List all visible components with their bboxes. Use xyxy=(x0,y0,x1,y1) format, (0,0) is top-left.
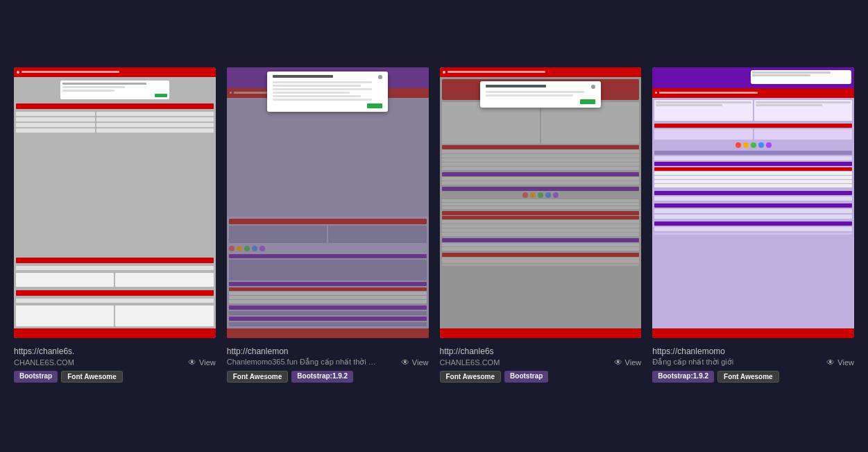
tag-fontawesome-2[interactable]: Font Awesome xyxy=(227,371,289,383)
card-4-subtitle-row: Đẳng cấp nhất thời giới 👁 View xyxy=(652,358,854,367)
tag-fontawesome-1[interactable]: Font Awesome xyxy=(61,371,123,383)
sc3-footer xyxy=(440,328,642,338)
sc3-dialog xyxy=(440,77,642,328)
card-1-view-btn[interactable]: 👁 View xyxy=(188,358,216,367)
screenshot-inner-4 xyxy=(652,67,854,338)
sc1-main xyxy=(14,77,216,328)
eye-icon-3: 👁 xyxy=(614,358,622,367)
card-1-view-label: View xyxy=(199,358,216,367)
card-3-view-btn[interactable]: 👁 View xyxy=(614,358,642,367)
card-4: https://chanlemomo Đẳng cấp nhất thời gi… xyxy=(652,67,854,385)
card-3-info: http://chanle6s CHANLE6S.COM 👁 View Font… xyxy=(440,344,642,385)
sc4-footer xyxy=(652,328,854,338)
tag-bootstrap19-2[interactable]: Bootstrap:1.9.2 xyxy=(291,371,353,383)
card-1: https://chanle6s. CHANLE6S.COM 👁 View Bo… xyxy=(14,67,216,385)
card-4-view-label: View xyxy=(837,358,854,367)
eye-icon-4: 👁 xyxy=(826,358,835,367)
card-4-url: https://chanlemomo xyxy=(652,346,854,356)
screenshot-inner-3 xyxy=(440,67,642,338)
card-3-url: http://chanle6s xyxy=(440,346,642,356)
sc3-header xyxy=(440,67,642,77)
card-2-tags: Font Awesome Bootstrap:1.9.2 xyxy=(227,371,429,383)
card-3: http://chanle6s CHANLE6S.COM 👁 View Font… xyxy=(440,67,642,385)
tag-bootstrap19-4[interactable]: Bootstrap:1.9.2 xyxy=(652,371,714,383)
card-1-tags: Bootstrap Font Awesome xyxy=(14,371,216,383)
sc4-header xyxy=(652,88,854,98)
tag-bootstrap-1[interactable]: Bootstrap xyxy=(14,371,58,383)
sc2-dialog-box xyxy=(267,98,388,112)
card-3-subtitle-row: CHANLE6S.COM 👁 View xyxy=(440,358,642,367)
sc4-main xyxy=(652,98,854,328)
card-1-url: https://chanle6s. xyxy=(14,346,216,356)
sc3-body xyxy=(440,77,642,328)
card-3-tags: Font Awesome Bootstrap xyxy=(440,371,642,383)
card-4-view-btn[interactable]: 👁 View xyxy=(826,358,854,367)
card-2: http://chanlemon Chanlemomo365.fun Đẳng … xyxy=(227,67,429,385)
sc2-main xyxy=(227,98,429,217)
screenshot-inner-1 xyxy=(14,67,216,338)
card-2-subtitle-row: Chanlemomo365.fun Đẳng cấp nhất thời giớ… xyxy=(227,358,429,367)
card-4-info: https://chanlemomo Đẳng cấp nhất thời gi… xyxy=(652,344,854,385)
sc4-purple-top xyxy=(652,67,854,88)
tag-fontawesome-3[interactable]: Font Awesome xyxy=(440,371,502,383)
screenshot-1[interactable] xyxy=(14,67,216,338)
screenshot-inner-2 xyxy=(227,67,429,338)
sc2-dialog xyxy=(227,98,429,217)
card-4-subtitle: Đẳng cấp nhất thời giới xyxy=(652,358,733,367)
card-2-info: http://chanlemon Chanlemomo365.fun Đẳng … xyxy=(227,344,429,385)
card-1-info: https://chanle6s. CHANLE6S.COM 👁 View Bo… xyxy=(14,344,216,385)
sc1-header xyxy=(14,67,216,77)
card-4-tags: Bootstrap:1.9.2 Font Awesome xyxy=(652,371,854,383)
card-2-url: http://chanlemon xyxy=(227,346,429,356)
gallery-container: https://chanle6s. CHANLE6S.COM 👁 View Bo… xyxy=(14,67,854,385)
card-3-subtitle: CHANLE6S.COM xyxy=(440,358,500,367)
card-1-subtitle-row: CHANLE6S.COM 👁 View xyxy=(14,358,216,367)
card-2-subtitle: Chanlemomo365.fun Đẳng cấp nhất thời giớ… xyxy=(227,358,378,367)
eye-icon-1: 👁 xyxy=(188,358,196,367)
eye-icon-2: 👁 xyxy=(401,358,409,367)
screenshot-2[interactable] xyxy=(227,67,429,338)
screenshot-4[interactable] xyxy=(652,67,854,338)
screenshot-3[interactable] xyxy=(440,67,642,338)
card-2-view-label: View xyxy=(412,358,429,367)
card-1-subtitle: CHANLE6S.COM xyxy=(14,358,74,367)
tag-fontawesome-4[interactable]: Font Awesome xyxy=(717,371,779,383)
sc1-footer xyxy=(14,328,216,338)
card-3-view-label: View xyxy=(625,358,642,367)
sc3-dialog-box xyxy=(480,81,601,108)
card-2-view-btn[interactable]: 👁 View xyxy=(401,358,429,367)
tag-bootstrap-3[interactable]: Bootstrap xyxy=(504,371,548,383)
